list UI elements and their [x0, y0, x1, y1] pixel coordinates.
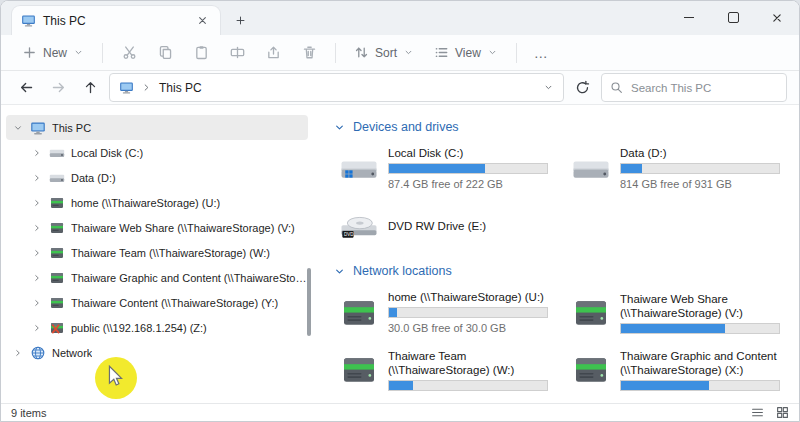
- sidebar-item[interactable]: public (\\192.168.1.254) (Z:): [6, 315, 308, 340]
- nas-icon: [49, 295, 65, 311]
- drive-name: Local Disk (C:): [388, 146, 556, 160]
- drive-usage-bar: [388, 380, 548, 391]
- nas-icon: [49, 270, 65, 286]
- close-button[interactable]: [755, 1, 799, 34]
- new-button[interactable]: New: [13, 38, 93, 67]
- group-header-network[interactable]: Network locations: [333, 264, 799, 278]
- toolbar-separator: [102, 43, 103, 63]
- maximize-button[interactable]: [711, 1, 755, 34]
- tree-chevron-icon[interactable]: [31, 147, 43, 159]
- sidebar-item-label: Thaiware Content (\\ThaiwareStorage) (Y:…: [71, 297, 278, 309]
- sidebar-item[interactable]: Thaiware Web Share (\\ThaiwareStorage) (…: [6, 215, 308, 240]
- new-tab-button[interactable]: [228, 8, 252, 32]
- drive-icon: [49, 170, 65, 186]
- nas-icon: [571, 293, 611, 333]
- sidebar-item-label: Thaiware Team (\\ThaiwareStorage) (W:): [71, 247, 270, 259]
- drive-tile[interactable]: home (\\ThaiwareStorage) (U:) 30.0 GB fr…: [335, 288, 565, 337]
- forward-button[interactable]: [45, 74, 72, 101]
- back-icon: [19, 80, 34, 95]
- drive-usage-bar: [620, 380, 780, 391]
- tree-chevron-icon[interactable]: [31, 247, 43, 259]
- drive-icon: [49, 145, 65, 161]
- more-options-button[interactable]: …: [526, 38, 556, 67]
- chevron-down-icon: [333, 121, 346, 134]
- minimize-button[interactable]: [667, 1, 711, 34]
- tree-chevron-icon[interactable]: [31, 197, 43, 209]
- tree-chevron-icon[interactable]: [31, 172, 43, 184]
- address-bar: This PC: [1, 71, 799, 105]
- breadcrumb-this-pc[interactable]: This PC: [159, 81, 202, 95]
- tab-this-pc[interactable]: This PC: [11, 5, 221, 35]
- sidebar-item[interactable]: home (\\ThaiwareStorage) (U:): [6, 190, 308, 215]
- paste-button[interactable]: [184, 38, 218, 67]
- nas-x-icon: [49, 320, 65, 336]
- title-bar: This PC: [1, 1, 799, 35]
- search-input[interactable]: [629, 81, 778, 95]
- close-icon: [198, 16, 207, 25]
- drive-free-space: 814 GB free of 931 GB: [620, 177, 788, 191]
- sidebar-scrollbar[interactable]: [307, 268, 311, 336]
- rename-icon: [230, 45, 245, 60]
- sidebar-item[interactable]: Thaiware Graphic and Content (\\Thaiware…: [6, 265, 308, 290]
- search-box: [601, 73, 787, 102]
- drive-tile[interactable]: DVD DVD RW Drive (E:): [335, 202, 565, 250]
- navigation-pane: This PC Local Disk (C:) Data (D:) home (…: [1, 105, 313, 403]
- dvd-icon: DVD: [339, 206, 379, 246]
- copy-button[interactable]: [148, 38, 182, 67]
- delete-button[interactable]: [292, 38, 326, 67]
- up-icon: [83, 80, 98, 95]
- copy-icon: [158, 45, 173, 60]
- drive-name: Thaiware Graphic and Content (\\Thaiware…: [620, 349, 788, 377]
- toolbar-separator: [516, 43, 517, 63]
- tab-title: This PC: [43, 14, 86, 28]
- this-pc-icon: [21, 13, 36, 28]
- tree-chevron-icon[interactable]: [12, 347, 24, 359]
- chevron-down-icon: [487, 47, 498, 58]
- drive-tile[interactable]: Local Disk (C:) 87.4 GB free of 222 GB: [335, 144, 565, 193]
- chevron-down-icon: [73, 47, 84, 58]
- network-icon: [30, 345, 46, 361]
- tab-close-button[interactable]: [194, 12, 211, 29]
- drive-tile[interactable]: Thaiware Graphic and Content (\\Thaiware…: [567, 346, 797, 394]
- tree-chevron-icon[interactable]: [31, 272, 43, 284]
- sidebar-item[interactable]: Thaiware Content (\\ThaiwareStorage) (Y:…: [6, 290, 308, 315]
- sidebar-item[interactable]: Data (D:): [6, 165, 308, 190]
- file-explorer-window: This PC New Sort View: [0, 0, 800, 422]
- rename-button[interactable]: [220, 38, 254, 67]
- sidebar-item[interactable]: Network: [6, 340, 308, 365]
- drive-usage-fill: [621, 164, 642, 173]
- sidebar-item[interactable]: This PC: [6, 115, 308, 140]
- items-view: Devices and drives Local Disk (C:) 87.4 …: [313, 105, 799, 403]
- up-button[interactable]: [77, 74, 104, 101]
- sidebar-item-label: public (\\192.168.1.254) (Z:): [71, 322, 207, 334]
- chevron-down-icon[interactable]: [543, 82, 554, 93]
- sidebar-item-label: Local Disk (C:): [71, 147, 143, 159]
- sidebar-item[interactable]: Thaiware Team (\\ThaiwareStorage) (W:): [6, 240, 308, 265]
- share-button[interactable]: [256, 38, 290, 67]
- chevron-down-icon: [333, 265, 346, 278]
- tree-chevron-icon[interactable]: [31, 322, 43, 334]
- maximize-icon: [728, 12, 739, 23]
- breadcrumb[interactable]: This PC: [109, 73, 564, 102]
- cut-button[interactable]: [112, 38, 146, 67]
- drive-tile[interactable]: Thaiware Web Share (\\ThaiwareStorage) (…: [567, 288, 797, 337]
- details-view-icon[interactable]: [751, 406, 764, 419]
- computer-icon: [30, 120, 46, 136]
- drive-tile[interactable]: Thaiware Team (\\ThaiwareStorage) (W:): [335, 346, 565, 394]
- back-button[interactable]: [13, 74, 40, 101]
- sort-button[interactable]: Sort: [345, 38, 423, 67]
- toolbar-separator: [335, 43, 336, 63]
- refresh-button[interactable]: [569, 74, 596, 101]
- tree-chevron-icon[interactable]: [12, 122, 24, 134]
- group-grid-1: home (\\ThaiwareStorage) (U:) 30.0 GB fr…: [335, 288, 799, 422]
- cut-icon: [122, 45, 137, 60]
- sidebar-item[interactable]: Local Disk (C:): [6, 140, 308, 165]
- tree-chevron-icon[interactable]: [31, 222, 43, 234]
- search-icon: [610, 81, 623, 94]
- group-header-devices[interactable]: Devices and drives: [333, 120, 799, 134]
- tree-chevron-icon[interactable]: [31, 297, 43, 309]
- drive-tile[interactable]: Data (D:) 814 GB free of 931 GB: [567, 144, 797, 193]
- plus-icon: [235, 15, 246, 26]
- view-button[interactable]: View: [425, 38, 507, 67]
- large-icons-view-icon[interactable]: [776, 406, 789, 419]
